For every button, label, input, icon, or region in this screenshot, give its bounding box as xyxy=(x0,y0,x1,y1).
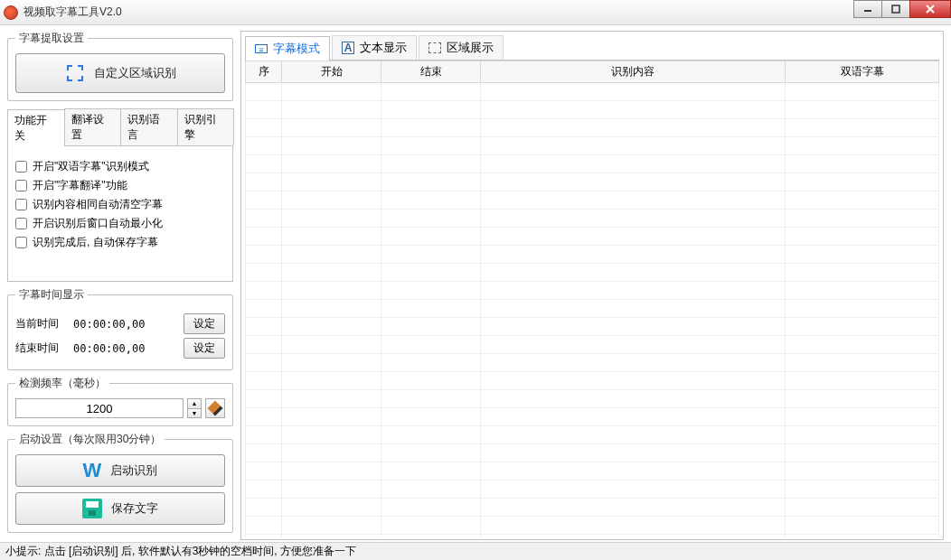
table-cell[interactable] xyxy=(246,444,282,462)
table-cell[interactable] xyxy=(282,481,381,499)
table-cell[interactable] xyxy=(786,228,939,246)
table-row[interactable] xyxy=(246,228,939,246)
table-cell[interactable] xyxy=(381,191,481,210)
table-cell[interactable] xyxy=(786,462,939,481)
table-cell[interactable] xyxy=(381,354,481,372)
table-cell[interactable] xyxy=(282,426,381,444)
table-cell[interactable] xyxy=(246,173,282,191)
table-cell[interactable] xyxy=(786,499,939,517)
table-cell[interactable] xyxy=(381,499,481,517)
table-row[interactable] xyxy=(246,372,939,390)
table-cell[interactable] xyxy=(282,390,381,408)
table-cell[interactable] xyxy=(481,119,786,137)
table-cell[interactable] xyxy=(282,462,381,481)
table-cell[interactable] xyxy=(381,83,481,101)
table-cell[interactable] xyxy=(246,318,282,336)
table-row[interactable] xyxy=(246,155,939,173)
custom-region-button[interactable]: 自定义区域识别 xyxy=(15,53,225,93)
col-bilingual[interactable]: 双语字幕 xyxy=(786,61,939,83)
table-cell[interactable] xyxy=(381,336,481,354)
table-cell[interactable] xyxy=(786,372,939,390)
table-cell[interactable] xyxy=(481,300,786,318)
checkbox-translate[interactable] xyxy=(15,180,27,191)
table-cell[interactable] xyxy=(246,354,282,372)
tab-function-switch[interactable]: 功能开关 xyxy=(7,109,65,146)
col-start[interactable]: 开始 xyxy=(282,61,381,83)
table-row[interactable] xyxy=(246,191,939,210)
table-cell[interactable] xyxy=(381,300,481,318)
table-cell[interactable] xyxy=(381,155,481,173)
table-cell[interactable] xyxy=(481,83,786,101)
table-cell[interactable] xyxy=(481,517,786,535)
table-cell[interactable] xyxy=(381,372,481,390)
table-cell[interactable] xyxy=(481,191,786,210)
table-cell[interactable] xyxy=(381,318,481,336)
table-cell[interactable] xyxy=(381,517,481,535)
option-auto-minimize[interactable]: 开启识别后窗口自动最小化 xyxy=(15,216,225,231)
table-row[interactable] xyxy=(246,535,939,538)
table-row[interactable] xyxy=(246,517,939,535)
table-cell[interactable] xyxy=(481,173,786,191)
table-cell[interactable] xyxy=(246,426,282,444)
checkbox-clear-same[interactable] xyxy=(15,199,27,210)
table-cell[interactable] xyxy=(786,210,939,228)
table-cell[interactable] xyxy=(381,173,481,191)
table-cell[interactable] xyxy=(282,372,381,390)
table-cell[interactable] xyxy=(282,173,381,191)
table-cell[interactable] xyxy=(282,499,381,517)
table-cell[interactable] xyxy=(786,83,939,101)
table-cell[interactable] xyxy=(786,155,939,173)
option-translate[interactable]: 开启"字幕翻译"功能 xyxy=(15,178,225,193)
table-cell[interactable] xyxy=(481,210,786,228)
table-cell[interactable] xyxy=(481,101,786,119)
table-cell[interactable] xyxy=(246,228,282,246)
set-current-time-button[interactable]: 设定 xyxy=(184,313,225,334)
table-cell[interactable] xyxy=(786,408,939,426)
table-cell[interactable] xyxy=(282,318,381,336)
table-cell[interactable] xyxy=(246,517,282,535)
table-cell[interactable] xyxy=(381,535,481,538)
table-cell[interactable] xyxy=(481,354,786,372)
start-recognition-button[interactable]: W 启动识别 xyxy=(15,454,225,487)
table-cell[interactable] xyxy=(246,119,282,137)
table-cell[interactable] xyxy=(381,462,481,481)
table-cell[interactable] xyxy=(381,408,481,426)
table-cell[interactable] xyxy=(246,481,282,499)
option-auto-save[interactable]: 识别完成后, 自动保存字幕 xyxy=(15,235,225,250)
table-cell[interactable] xyxy=(481,408,786,426)
table-cell[interactable] xyxy=(786,336,939,354)
table-row[interactable] xyxy=(246,481,939,499)
tab-text-display[interactable]: A 文本显示 xyxy=(332,35,417,60)
table-cell[interactable] xyxy=(282,336,381,354)
table-cell[interactable] xyxy=(282,246,381,264)
table-cell[interactable] xyxy=(786,444,939,462)
tab-recog-engine[interactable]: 识别引擎 xyxy=(177,108,235,145)
spinner-up-icon[interactable]: ▲ xyxy=(188,399,201,409)
table-row[interactable] xyxy=(246,282,939,300)
table-cell[interactable] xyxy=(786,282,939,300)
table-cell[interactable] xyxy=(246,535,282,538)
table-cell[interactable] xyxy=(282,264,381,282)
table-cell[interactable] xyxy=(381,210,481,228)
frequency-input[interactable] xyxy=(15,398,184,418)
table-cell[interactable] xyxy=(381,264,481,282)
table-cell[interactable] xyxy=(282,155,381,173)
table-cell[interactable] xyxy=(246,372,282,390)
table-cell[interactable] xyxy=(246,155,282,173)
table-row[interactable] xyxy=(246,300,939,318)
table-cell[interactable] xyxy=(786,119,939,137)
minimize-button[interactable] xyxy=(853,0,882,18)
table-row[interactable] xyxy=(246,499,939,517)
col-end[interactable]: 结束 xyxy=(381,61,481,83)
col-content[interactable]: 识别内容 xyxy=(481,61,786,83)
table-cell[interactable] xyxy=(786,191,939,210)
table-cell[interactable] xyxy=(282,300,381,318)
table-cell[interactable] xyxy=(786,354,939,372)
table-cell[interactable] xyxy=(282,101,381,119)
table-cell[interactable] xyxy=(381,426,481,444)
table-cell[interactable] xyxy=(786,426,939,444)
table-cell[interactable] xyxy=(786,300,939,318)
table-cell[interactable] xyxy=(786,173,939,191)
table-cell[interactable] xyxy=(381,481,481,499)
table-cell[interactable] xyxy=(786,318,939,336)
